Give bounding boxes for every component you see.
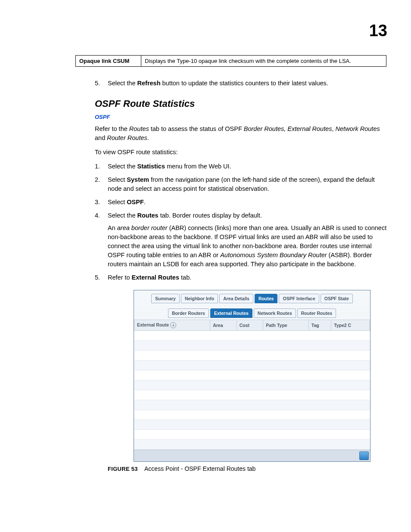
column-header[interactable]: Area	[210, 320, 237, 331]
step-text: Select the	[108, 163, 137, 170]
text: and	[95, 134, 107, 141]
tab-bar: SummaryNeighbor InfoArea DetailsRoutesOS…	[134, 290, 370, 305]
table-row	[134, 430, 370, 440]
ui-term: System	[127, 176, 149, 183]
subtab-border-routers[interactable]: Border Routers	[168, 308, 209, 318]
text-ital: Border Routes, External Routes	[244, 125, 332, 132]
figure-label: Figure 53	[108, 466, 138, 472]
step-number: 5.	[95, 273, 106, 282]
step-text: tab.	[179, 274, 191, 281]
def-label: Opaque link CSUM	[76, 56, 141, 67]
subtab-bar: Border RoutersExternal RoutesNetwork Rou…	[134, 305, 370, 320]
export-icon[interactable]	[359, 451, 369, 460]
step-number: 2.	[95, 175, 106, 184]
step-text: Select the	[108, 212, 137, 219]
view-line: To view OSPF route statistics:	[95, 148, 388, 157]
step-text: Refer to	[108, 274, 132, 281]
tab-ospf-interface[interactable]: OSPF Interface	[279, 294, 319, 303]
table-row: Opaque link CSUM Displays the Type-10 op…	[76, 56, 386, 67]
step-number: 5.	[95, 79, 106, 88]
table-row	[134, 361, 370, 370]
definition-table: Opaque link CSUM Displays the Type-10 op…	[75, 55, 386, 67]
step-text: tab. Border routes display by default.	[159, 212, 262, 219]
table-row	[134, 341, 370, 351]
table-row	[134, 331, 370, 341]
text-ital: area border router	[117, 224, 168, 231]
step-text: Select	[108, 199, 127, 205]
text-ital: Router Routes	[107, 134, 147, 141]
table-row	[134, 400, 370, 410]
text: tab to assess the status of OSPF	[149, 125, 244, 132]
ui-term: Refresh	[137, 80, 161, 87]
ospf-link[interactable]: OSPF	[95, 114, 388, 120]
ui-term: Statistics	[137, 163, 165, 170]
column-header[interactable]: External Route▲	[134, 320, 210, 331]
grid-footer	[134, 450, 370, 461]
step-number: 4.	[95, 211, 106, 220]
figure-text: Access Point - OSPF External Routes tab	[144, 465, 255, 472]
figure-caption: Figure 53 Access Point - OSPF External R…	[108, 465, 388, 472]
sort-icon[interactable]: ▲	[170, 322, 176, 328]
step-number: 3.	[95, 198, 106, 207]
step-text: Select the	[108, 80, 137, 87]
step-number: 1.	[95, 162, 106, 171]
ui-term: Routes	[137, 212, 159, 219]
step-text: menu from the Web UI.	[165, 163, 231, 170]
step-body: An area border router (ABR) connects (li…	[108, 224, 388, 269]
def-desc: Displays the Type-10 opaque link checksu…	[141, 56, 386, 67]
tab-summary[interactable]: Summary	[151, 294, 180, 303]
table-row	[134, 390, 370, 400]
external-routes-grid: External Route▲AreaCostPath TypeTagType2…	[134, 320, 370, 450]
list-item: 4. Select the Routes tab. Border routes …	[95, 211, 388, 269]
tab-routes[interactable]: Routes	[255, 294, 278, 303]
ui-term: OSPF	[127, 199, 143, 205]
list-item: 3. Select OSPF.	[95, 198, 388, 207]
table-row	[134, 440, 370, 450]
table-row	[134, 380, 370, 390]
section-heading: OSPF Route Statistics	[95, 98, 388, 109]
table-header-row: External Route▲AreaCostPath TypeTagType2…	[134, 320, 370, 331]
text: .	[147, 134, 149, 141]
column-header[interactable]: Tag	[308, 320, 331, 331]
list-item: 2. Select System from the navigation pan…	[95, 175, 388, 193]
table-row	[134, 420, 370, 430]
tab-area-details[interactable]: Area Details	[219, 294, 253, 303]
text-ital: Network Routes	[336, 125, 380, 132]
column-header[interactable]: Path Type	[263, 320, 309, 331]
subtab-network-routes[interactable]: Network Routes	[254, 308, 296, 318]
list-item: 5. Select the Refresh button to update t…	[95, 79, 388, 88]
page-number: 13	[24, 22, 387, 40]
column-header[interactable]: Type2 C	[331, 320, 370, 331]
list-item: 1. Select the Statistics menu from the W…	[95, 162, 388, 171]
text-ital: Routes	[129, 125, 149, 132]
table-row	[134, 410, 370, 420]
intro-paragraph: Refer to the Routes tab to assess the st…	[95, 124, 388, 143]
column-header[interactable]: Cost	[237, 320, 263, 331]
subtab-router-routes[interactable]: Router Routes	[297, 308, 336, 318]
table-row	[134, 351, 370, 361]
text-ital: Autonomous System Boundary Router	[220, 252, 327, 258]
figure-screenshot: SummaryNeighbor InfoArea DetailsRoutesOS…	[134, 290, 371, 462]
text: An	[108, 224, 117, 231]
subtab-external-routes[interactable]: External Routes	[210, 308, 252, 318]
text: Refer to the	[95, 125, 129, 132]
step-text: button to update the statistics counters…	[161, 80, 328, 87]
text: ,	[332, 125, 336, 132]
list-item: 5. Refer to External Routes tab.	[95, 273, 388, 282]
table-row	[134, 370, 370, 380]
step-text: Select	[108, 176, 127, 183]
tab-neighbor-info[interactable]: Neighbor Info	[181, 294, 218, 303]
tab-ospf-state[interactable]: OSPF State	[321, 294, 353, 303]
step-text: .	[144, 199, 146, 205]
ui-term: External Routes	[132, 274, 179, 281]
